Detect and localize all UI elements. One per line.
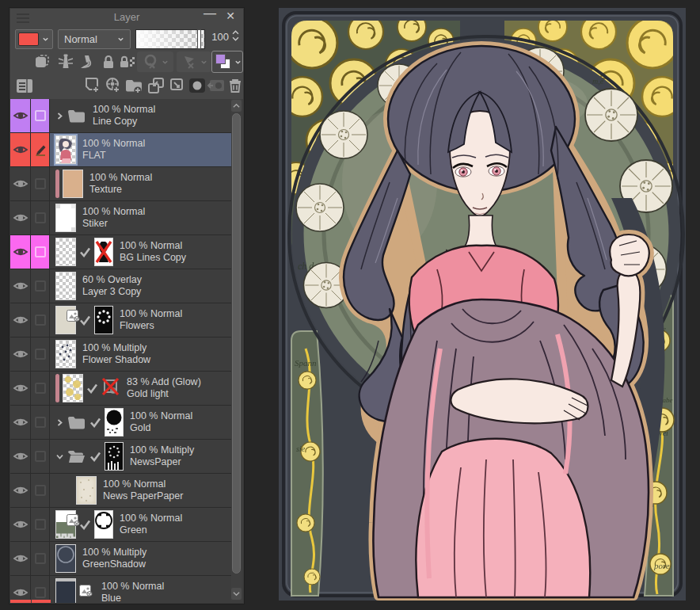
layer-mask-thumbnail[interactable]: [94, 510, 113, 539]
layer-visibility-toggle[interactable]: [10, 474, 31, 507]
layer-visibility-toggle[interactable]: [10, 201, 31, 234]
new-raster-layer-icon[interactable]: [83, 76, 102, 95]
opacity-slider[interactable]: [135, 29, 205, 49]
layer-color-dropdown[interactable]: [211, 51, 243, 73]
eye-icon[interactable]: [13, 246, 29, 257]
layer-thumbnail[interactable]: [55, 340, 76, 368]
layer-visibility-toggle[interactable]: [10, 133, 31, 166]
eye-icon[interactable]: [13, 178, 29, 189]
eye-icon[interactable]: [13, 417, 29, 428]
spinner-down-icon[interactable]: [232, 36, 239, 41]
layer-select-cell[interactable]: [31, 269, 50, 303]
layer-visibility-toggle[interactable]: [10, 303, 31, 337]
layer-row-news-paperpaper[interactable]: 100 % Normal News PaperPaper: [10, 474, 233, 508]
pen-settings-disabled-dropdown[interactable]: [177, 51, 211, 72]
layer-list-scrollbar[interactable]: [231, 99, 242, 600]
layer-select-cell[interactable]: [31, 508, 50, 541]
layer-thumbnail[interactable]: [55, 204, 76, 232]
layer-visibility-toggle[interactable]: [10, 576, 31, 603]
selection-checkbox[interactable]: [35, 315, 46, 326]
mask-enabled-check-icon[interactable]: [79, 520, 91, 530]
layer-row-flowers[interactable]: 100 % Normal Flowers: [10, 303, 233, 337]
selection-checkbox[interactable]: [35, 280, 46, 292]
canvas-area[interactable]: anted wie lock ein m,e mach nach Spann e…: [279, 8, 686, 600]
lock-layer-icon[interactable]: [99, 52, 118, 71]
eye-icon[interactable]: [13, 315, 29, 326]
scrollbar-thumb[interactable]: [232, 113, 241, 574]
layer-mask-thumbnail[interactable]: [105, 408, 124, 437]
artwork-canvas[interactable]: anted wie lock ein m,e mach nach Spann e…: [279, 8, 686, 600]
opacity-spinner[interactable]: [232, 30, 239, 41]
layer-visibility-toggle[interactable]: [10, 337, 31, 371]
layer-select-cell[interactable]: [31, 406, 50, 439]
selection-checkbox[interactable]: [35, 212, 46, 223]
scrollbar-down-button[interactable]: [231, 588, 242, 600]
selection-checkbox[interactable]: [35, 519, 46, 530]
eye-icon[interactable]: [13, 349, 29, 360]
eye-icon[interactable]: [13, 144, 29, 155]
eye-icon[interactable]: [13, 587, 29, 598]
new-folder-icon[interactable]: [124, 76, 143, 95]
layer-row-texture[interactable]: 100 % Normal Texture: [10, 167, 233, 201]
mask-enabled-check-icon[interactable]: [86, 383, 98, 394]
mask-enabled-check-icon[interactable]: [79, 247, 91, 257]
layer-select-cell[interactable]: [31, 372, 50, 405]
layer-thumbnail[interactable]: [55, 578, 76, 603]
mask-disabled-icon[interactable]: [101, 376, 120, 400]
minimize-button[interactable]: —: [204, 6, 216, 21]
lock-transparent-pixels-icon[interactable]: [118, 52, 137, 71]
close-button[interactable]: ✕: [226, 10, 235, 22]
layer-row-flower-shadow[interactable]: 100 % Multiply Flower Shadow: [10, 337, 233, 372]
selection-checkbox[interactable]: [35, 178, 46, 189]
layer-select-cell[interactable]: [31, 133, 50, 166]
layer-visibility-toggle[interactable]: [10, 542, 31, 575]
delete-layer-icon[interactable]: [226, 76, 245, 95]
layer-mask-thumbnail[interactable]: [105, 442, 124, 471]
eye-icon[interactable]: [13, 280, 29, 292]
layer-select-cell[interactable]: [31, 542, 50, 575]
palette-options-icon[interactable]: [15, 76, 34, 95]
foreground-color-dropdown[interactable]: [15, 29, 53, 49]
layer-row-green[interactable]: 100 % Normal Green: [10, 508, 233, 542]
layer-visibility-toggle[interactable]: [10, 508, 31, 541]
transfer-to-lower-layer-icon[interactable]: [146, 76, 165, 95]
layer-row-blue[interactable]: 100 % Normal Blue: [10, 576, 233, 603]
layer-visibility-toggle[interactable]: [10, 235, 31, 269]
merge-down-icon[interactable]: [167, 76, 186, 95]
layer-mask-thumbnail[interactable]: [94, 306, 113, 334]
selection-checkbox[interactable]: [35, 383, 46, 394]
layer-thumbnail[interactable]: [63, 374, 83, 402]
layer-select-cell[interactable]: [31, 235, 50, 269]
layer-select-cell[interactable]: [31, 201, 50, 234]
selection-checkbox[interactable]: [35, 485, 46, 496]
layer-select-cell[interactable]: [31, 576, 50, 603]
layer-thumbnail[interactable]: [76, 476, 97, 505]
layer-row-gold[interactable]: 100 % Normal Gold: [10, 406, 233, 440]
reference-layer-icon[interactable]: [56, 52, 75, 71]
apply-mask-disabled-icon[interactable]: [207, 76, 226, 95]
layer-select-cell[interactable]: [31, 167, 50, 200]
layer-row-newspaper[interactable]: 100 % Multiply NewsPaper: [10, 440, 233, 474]
layer-mask-thumbnail[interactable]: [94, 238, 113, 266]
layer-thumbnail[interactable]: [55, 510, 76, 539]
layer-thumbnail[interactable]: [55, 306, 76, 334]
selection-checkbox[interactable]: [35, 553, 46, 564]
layer-visibility-toggle[interactable]: [10, 372, 31, 405]
blend-mode-select[interactable]: Normal: [58, 29, 131, 49]
eye-icon[interactable]: [13, 553, 29, 564]
layer-select-cell[interactable]: [31, 337, 50, 371]
layer-visibility-toggle[interactable]: [10, 440, 31, 473]
layer-visibility-toggle[interactable]: [10, 269, 31, 303]
scrollbar-up-button[interactable]: [231, 100, 242, 112]
selection-checkbox[interactable]: [35, 110, 46, 121]
opacity-slider-handle[interactable]: [198, 30, 200, 48]
layer-row-bg-lines-copy[interactable]: 100 % Normal BG Lines Copy: [10, 235, 233, 269]
mask-enabled-check-icon[interactable]: [89, 452, 101, 462]
layer-select-cell[interactable]: [31, 440, 50, 473]
layer-row-stiker[interactable]: 100 % Normal Stiker: [10, 201, 233, 235]
expand-twisty-icon[interactable]: [55, 418, 64, 427]
create-layer-mask-icon[interactable]: [188, 76, 207, 95]
mask-enabled-check-icon[interactable]: [89, 417, 101, 428]
expand-twisty-icon[interactable]: [55, 112, 64, 120]
layer-select-cell[interactable]: [31, 99, 50, 132]
